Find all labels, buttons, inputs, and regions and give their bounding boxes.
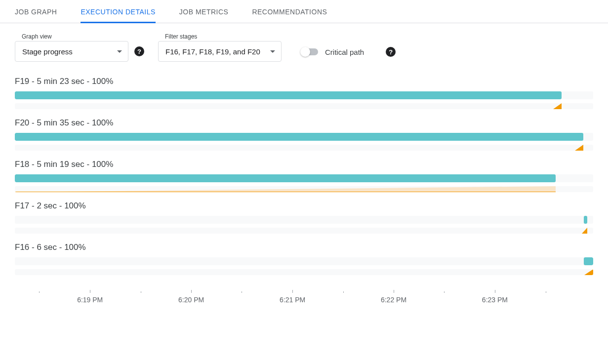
critical-path-label: Critical path (325, 48, 364, 56)
wedge-line (15, 192, 556, 192)
stage-title: F18 - 5 min 19 sec - 100% (15, 160, 593, 169)
axis-tick-minor (343, 291, 344, 293)
progress-bar (15, 91, 562, 99)
chevron-down-icon (117, 50, 122, 53)
tab-job-metrics[interactable]: JOB METRICS (179, 0, 229, 23)
axis-tick-major (90, 290, 90, 293)
tab-execution-details[interactable]: EXECUTION DETAILS (81, 0, 155, 23)
axis-tick-minor (444, 291, 445, 293)
stage-row: F17 - 2 sec - 100% (15, 201, 593, 234)
progress-bar (15, 174, 556, 182)
help-icon[interactable]: ? (134, 46, 144, 56)
filter-stages-value: F16, F17, F18, F19, and F20 (165, 47, 260, 56)
graph-view-label: Graph view (15, 33, 144, 40)
stage-title: F20 - 5 min 35 sec - 100% (15, 118, 593, 128)
subtrack (15, 103, 593, 109)
progress-track[interactable] (15, 216, 593, 224)
axis-label: 6:21 PM (280, 296, 305, 304)
subtrack (15, 269, 593, 275)
time-axis: 6:19 PM6:20 PM6:21 PM6:22 PM6:23 PM (15, 284, 593, 304)
axis-tick-minor (242, 291, 242, 293)
progress-bar (584, 257, 593, 265)
critical-path-toggle[interactable] (301, 48, 318, 55)
tab-recommendations[interactable]: RECOMMENDATIONS (252, 0, 327, 23)
stage-title: F19 - 5 min 23 sec - 100% (15, 77, 593, 86)
axis-tick-major (191, 290, 192, 293)
filter-stages-select[interactable]: F16, F17, F18, F19, and F20 (158, 41, 282, 62)
axis-tick-major (292, 290, 293, 293)
stage-row: F19 - 5 min 23 sec - 100% (15, 77, 593, 109)
subtrack (15, 186, 593, 192)
subtrack (15, 145, 593, 151)
progress-bar (15, 133, 583, 141)
axis-label: 6:19 PM (77, 296, 103, 304)
axis-tick-major (495, 290, 495, 293)
tab-job-graph[interactable]: JOB GRAPH (15, 0, 57, 23)
wedge-area (582, 228, 587, 234)
help-icon[interactable]: ? (386, 47, 396, 57)
filter-stages-field: Filter stages F16, F17, F18, F19, and F2… (158, 33, 282, 62)
stage-progress-chart: F19 - 5 min 23 sec - 100%F20 - 5 min 35 … (0, 62, 608, 275)
progress-track[interactable] (15, 91, 593, 99)
axis-label: 6:23 PM (482, 296, 508, 304)
critical-path-row: Critical path ? (301, 47, 396, 57)
graph-view-select[interactable]: Stage progress (15, 41, 128, 62)
axis-tick-minor (546, 291, 546, 293)
progress-track[interactable] (15, 133, 593, 141)
progress-track[interactable] (15, 257, 593, 265)
stage-row: F18 - 5 min 19 sec - 100% (15, 160, 593, 192)
axis-tick-minor (39, 291, 40, 293)
stage-row: F20 - 5 min 35 sec - 100% (15, 118, 593, 151)
controls-row: Graph view Stage progress ? Filter stage… (0, 23, 608, 62)
graph-view-field: Graph view Stage progress ? (15, 33, 144, 62)
wedge-area (575, 145, 583, 151)
stage-title: F17 - 2 sec - 100% (15, 201, 593, 211)
axis-label: 6:22 PM (381, 296, 406, 304)
axis-tick-minor (141, 291, 141, 293)
wedge-area (553, 103, 562, 109)
wedge-area (584, 269, 593, 275)
axis-tick-major (394, 290, 394, 293)
progress-track[interactable] (15, 174, 593, 182)
filter-stages-label: Filter stages (158, 33, 282, 40)
stage-row: F16 - 6 sec - 100% (15, 243, 593, 275)
subtrack (15, 228, 593, 234)
progress-bar (584, 216, 587, 224)
chevron-down-icon (270, 50, 275, 53)
axis-label: 6:20 PM (178, 296, 204, 304)
stage-title: F16 - 6 sec - 100% (15, 243, 593, 252)
graph-view-value: Stage progress (22, 47, 73, 56)
tab-bar: JOB GRAPH EXECUTION DETAILS JOB METRICS … (0, 0, 608, 23)
